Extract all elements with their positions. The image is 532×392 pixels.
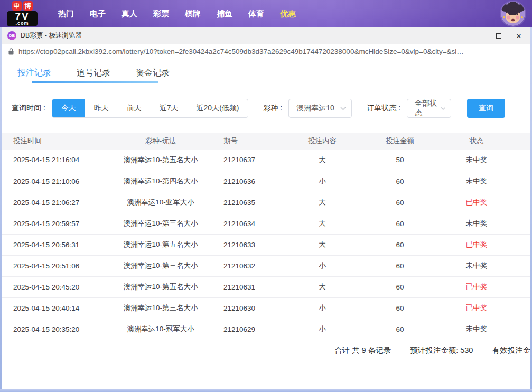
nav-item-2[interactable]: 电子 <box>82 9 114 19</box>
time-option-4[interactable]: 近7天 <box>151 99 188 118</box>
bet-content: 大 <box>297 192 347 213</box>
table-row: 2025-04-15 20:51:06澳洲幸运10-第三名大小21210632小… <box>2 255 530 276</box>
site-header: 申 博 7V .com 热门电子真人彩票棋牌捕鱼体育优惠 <box>0 0 532 27</box>
bet-status: 已中奖 <box>453 192 500 213</box>
time-option-5[interactable]: 近20天(低频) <box>188 99 248 118</box>
window-title: DB彩票 - 极速浏览器 <box>21 31 82 40</box>
issue-number: 21210636 <box>219 171 297 192</box>
bet-status: 未中奖 <box>453 319 500 340</box>
lottery-play: 澳洲幸运10-亚军大小 <box>102 192 219 213</box>
bet-content: 大 <box>297 150 347 171</box>
bet-amount: 60 <box>347 192 453 213</box>
logo-mark: 7V .com <box>7 11 38 26</box>
order-status-select[interactable]: 全部状态 <box>407 99 451 118</box>
bet-status: 未中奖 <box>453 213 500 234</box>
user-avatar[interactable] <box>501 2 525 26</box>
lock-icon <box>8 48 14 55</box>
nav-item-3[interactable]: 真人 <box>114 9 145 19</box>
bet-amount: 60 <box>347 319 453 340</box>
browser-titlebar: DB DB彩票 - 极速浏览器 ✕ <box>0 27 532 44</box>
window-frame-bottom <box>0 389 532 392</box>
bet-time: 2025-04-15 20:40:14 <box>2 297 102 319</box>
lottery-play: 澳洲幸运10-第五名大小 <box>102 150 219 171</box>
bet-status: 未中奖 <box>453 255 500 276</box>
logo-sub-text: .com <box>15 21 29 25</box>
time-option-3[interactable]: 前天 <box>118 99 151 118</box>
issue-number: 21210632 <box>219 255 297 276</box>
bet-status: 已中奖 <box>453 297 500 319</box>
bet-time: 2025-04-15 21:10:06 <box>2 171 102 192</box>
nav-item-5[interactable]: 棋牌 <box>177 9 209 19</box>
table-row: 2025-04-15 20:35:20澳洲幸运10-冠军大小21210629小6… <box>2 319 530 340</box>
table-row: 2025-04-15 20:59:57澳洲幸运10-第三名大小21210634大… <box>2 213 530 234</box>
issue-number: 21210637 <box>219 150 297 171</box>
order-status-value: 全部状态 <box>415 99 440 118</box>
bet-amount: 50 <box>347 150 453 171</box>
lottery-filter-label: 彩种 : <box>263 104 282 113</box>
time-filter-group: 今天昨天前天近7天近20天(低频) <box>52 99 249 118</box>
window-controls: ✕ <box>469 27 529 44</box>
column-header-1: 投注时间 <box>2 133 102 150</box>
site-logo[interactable]: 申 博 7V .com <box>7 1 38 26</box>
nav-item-7[interactable]: 体育 <box>240 9 272 19</box>
bet-time: 2025-04-15 20:59:57 <box>2 213 102 234</box>
bet-amount: 60 <box>347 276 453 297</box>
chevron-down-icon <box>340 107 346 110</box>
issue-number: 21210634 <box>219 213 297 234</box>
address-bar[interactable]: https://ctop02pcali.2kbxi392.com/lottery… <box>0 44 532 59</box>
nav-item-4[interactable]: 彩票 <box>145 9 177 19</box>
table-row: 2025-04-15 21:16:04澳洲幸运10-第五名大小21210637大… <box>2 150 530 171</box>
valid-bet-amount: 有效投注金额: <box>492 346 532 356</box>
bet-amount: 60 <box>347 255 453 276</box>
lottery-play: 澳洲幸运10-第三名大小 <box>102 297 219 319</box>
close-icon: ✕ <box>516 33 522 40</box>
close-button[interactable]: ✕ <box>509 27 529 44</box>
bet-status: 已中奖 <box>453 234 500 255</box>
bet-time: 2025-04-15 20:45:20 <box>2 276 102 297</box>
time-option-2[interactable]: 昨天 <box>85 99 118 118</box>
window-frame-left <box>0 27 2 392</box>
table-body: 2025-04-15 21:16:04澳洲幸运10-第五名大小21210637大… <box>2 150 530 340</box>
bet-content: 大 <box>297 276 347 297</box>
bet-content: 小 <box>297 319 347 340</box>
lottery-play: 澳洲幸运10-第三名大小 <box>102 213 219 234</box>
bet-status: 已中奖 <box>453 276 500 297</box>
browser-app-icon: DB <box>7 31 16 40</box>
logo-badge-bo: 博 <box>23 1 33 11</box>
bet-time: 2025-04-15 20:35:20 <box>2 319 102 340</box>
site-nav-items: 热门电子真人彩票棋牌捕鱼体育优惠 <box>50 9 304 19</box>
table-footer: 合计 共 9 条记录 预计投注金额: 530 有效投注金额: <box>2 340 530 361</box>
query-button[interactable]: 查询 <box>467 99 505 118</box>
table-row: 2025-04-15 21:06:27澳洲幸运10-亚军大小21210635大6… <box>2 192 530 213</box>
expected-bet-amount: 预计投注金额: 530 <box>410 346 473 356</box>
nav-item-6[interactable]: 捕鱼 <box>209 9 240 19</box>
column-header-3: 期号 <box>219 133 297 150</box>
status-filter-label: 订单状态 : <box>367 104 400 113</box>
bet-time: 2025-04-15 20:56:31 <box>2 234 102 255</box>
bet-time: 2025-04-15 21:16:04 <box>2 150 102 171</box>
logo-badges: 申 博 <box>12 1 33 11</box>
minimize-button[interactable] <box>469 27 489 44</box>
filter-bar: 查询时间 : 今天昨天前天近7天近20天(低频) 彩种 : 澳洲幸运10 订单状… <box>12 99 530 118</box>
bet-amount: 60 <box>347 297 453 319</box>
nav-item-1[interactable]: 热门 <box>50 9 82 19</box>
bet-content: 小 <box>297 297 347 319</box>
table-row: 2025-04-15 20:56:31澳洲幸运10-第五名大小21210633大… <box>2 234 530 255</box>
issue-number: 21210631 <box>219 276 297 297</box>
table-row: 2025-04-15 21:10:06澳洲幸运10-第四名大小21210636小… <box>2 171 530 192</box>
chevron-down-icon <box>441 107 446 110</box>
time-option-1[interactable]: 今天 <box>52 99 85 118</box>
maximize-button[interactable] <box>489 27 509 44</box>
table-row: 2025-04-15 20:40:14澳洲幸运10-第三名大小21210630小… <box>2 297 530 319</box>
lottery-play: 澳洲幸运10-第五名大小 <box>102 234 219 255</box>
nav-item-8[interactable]: 优惠 <box>272 9 304 19</box>
logo-badge-shen: 申 <box>12 1 22 11</box>
lottery-play: 澳洲幸运10-第三名大小 <box>102 255 219 276</box>
column-header-2: 彩种-玩法 <box>102 133 219 150</box>
maximize-icon <box>496 33 501 39</box>
column-header-6: 状态 <box>453 133 500 150</box>
issue-number: 21210633 <box>219 234 297 255</box>
logo-main-text: 7V <box>15 12 29 21</box>
lottery-select[interactable]: 澳洲幸运10 <box>288 99 352 118</box>
page-content: 投注记录 追号记录 资金记录 查询时间 : 今天昨天前天近7天近20天(低频) … <box>2 59 530 389</box>
